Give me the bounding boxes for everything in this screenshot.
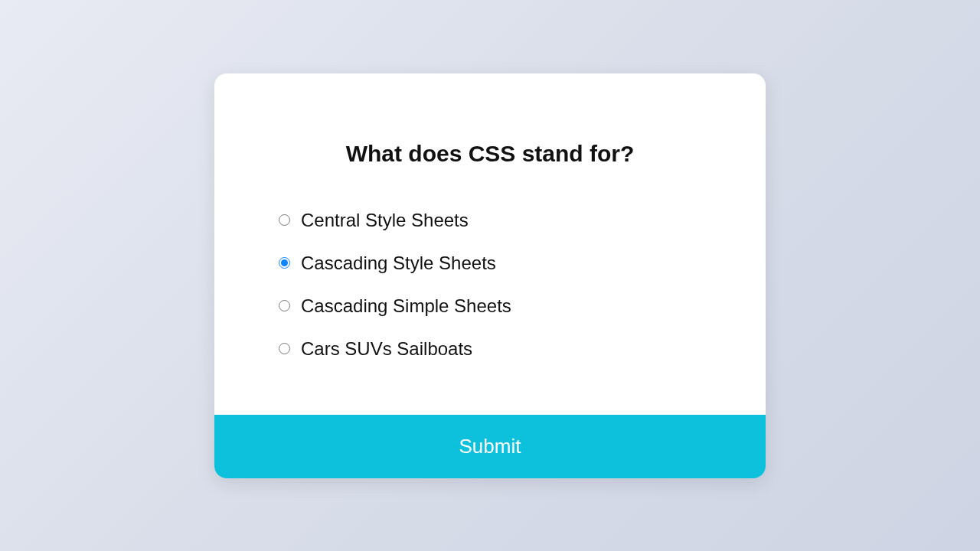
option-row[interactable]: Central Style Sheets — [279, 210, 469, 231]
option-label: Cars SUVs Sailboats — [301, 338, 472, 360]
submit-button[interactable]: Submit — [214, 415, 766, 478]
options-group: Central Style Sheets Cascading Style She… — [276, 210, 704, 360]
option-label: Cascading Simple Sheets — [301, 295, 511, 317]
option-label: Cascading Style Sheets — [301, 253, 496, 274]
option-radio-0[interactable] — [279, 214, 290, 226]
quiz-card: What does CSS stand for? Central Style S… — [214, 73, 766, 478]
option-row[interactable]: Cascading Simple Sheets — [279, 295, 511, 317]
option-radio-3[interactable] — [279, 343, 290, 354]
option-row[interactable]: Cascading Style Sheets — [279, 253, 496, 274]
option-radio-1[interactable] — [279, 257, 290, 269]
quiz-question: What does CSS stand for? — [276, 141, 704, 167]
option-row[interactable]: Cars SUVs Sailboats — [279, 338, 472, 360]
option-radio-2[interactable] — [279, 300, 290, 311]
quiz-body: What does CSS stand for? Central Style S… — [214, 73, 766, 415]
option-label: Central Style Sheets — [301, 210, 469, 231]
